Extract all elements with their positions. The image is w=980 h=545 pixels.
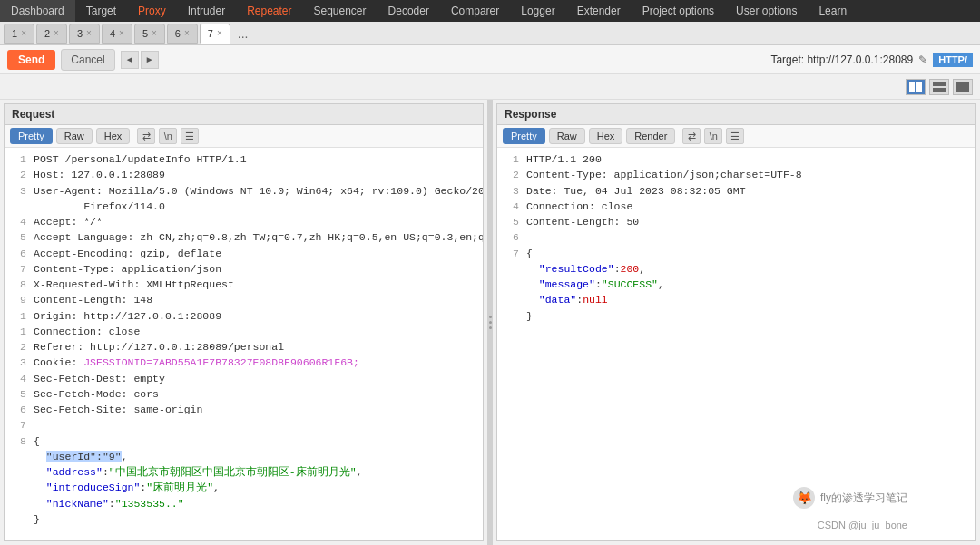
- toolbar: Send Cancel ◄ ► Target: http://127.0.0.1…: [0, 45, 980, 74]
- tab-1[interactable]: 1×: [4, 24, 34, 44]
- request-line: "userId":"9",: [5, 449, 483, 464]
- request-line: "introduceSign":"床前明月光",: [5, 480, 483, 495]
- request-send-icon[interactable]: ⇄: [137, 128, 155, 144]
- edit-target-icon[interactable]: ✎: [918, 54, 927, 66]
- nav-logger[interactable]: Logger: [510, 0, 565, 22]
- response-line: 4Connection: close: [497, 199, 975, 214]
- response-tab-raw[interactable]: Raw: [549, 128, 585, 144]
- svg-rect-3: [933, 88, 946, 92]
- nav-comparer[interactable]: Comparer: [440, 0, 510, 22]
- request-line: }: [5, 511, 483, 527]
- nav-decoder[interactable]: Decoder: [377, 0, 440, 22]
- response-line: "message":"SUCCESS",: [497, 277, 975, 292]
- view-toggle-bar: [0, 74, 980, 100]
- request-tab-raw[interactable]: Raw: [56, 128, 93, 144]
- svg-rect-4: [956, 82, 969, 92]
- watermark-icon: 🦊: [793, 487, 815, 509]
- request-line: 5Sec-Fetch-Mode: cors: [5, 386, 483, 402]
- tab-6[interactable]: 6×: [167, 24, 198, 44]
- nav-target[interactable]: Target: [75, 0, 127, 22]
- response-line: 6: [497, 229, 975, 245]
- close-tab-7[interactable]: ×: [217, 28, 222, 38]
- request-panel-toolbar: Pretty Raw Hex ⇄ \n ☰: [5, 125, 483, 148]
- http-badge: HTTP/: [933, 53, 973, 67]
- request-tab-pretty[interactable]: Pretty: [10, 128, 53, 144]
- response-content[interactable]: 1HTTP/1.1 2002Content-Type: application/…: [497, 148, 975, 540]
- close-tab-2[interactable]: ×: [54, 28, 59, 38]
- request-line: 3Cookie: JSESSIONID=7ABD55A1F7B78327E08D…: [5, 355, 483, 370]
- nav-user-options[interactable]: User options: [725, 0, 808, 22]
- response-panel-toolbar: Pretty Raw Hex Render ⇄ \n ☰: [497, 125, 975, 148]
- request-line: 1Origin: http://127.0.0.1:28089: [5, 308, 483, 324]
- send-button[interactable]: Send: [7, 50, 55, 70]
- tab-2[interactable]: 2×: [36, 24, 67, 44]
- response-line: }: [497, 308, 975, 324]
- request-line: 4Sec-Fetch-Dest: empty: [5, 371, 483, 386]
- nav-intruder[interactable]: Intruder: [177, 0, 236, 22]
- request-line: "nickName":"1353535..": [5, 496, 483, 511]
- tab-5[interactable]: 5×: [134, 24, 165, 44]
- nav-dashboard[interactable]: Dashboard: [0, 0, 75, 22]
- prev-arrow[interactable]: ◄: [121, 51, 139, 69]
- request-line: 6Accept-Encoding: gzip, deflate: [5, 246, 483, 261]
- request-line: 7: [5, 417, 483, 433]
- tab-3[interactable]: 3×: [69, 24, 100, 44]
- split-vertical-view[interactable]: [929, 79, 949, 95]
- response-send-icon[interactable]: ⇄: [682, 128, 701, 144]
- close-tab-4[interactable]: ×: [119, 28, 124, 38]
- response-panel-title: Response: [497, 104, 975, 125]
- single-view[interactable]: [953, 79, 973, 95]
- cancel-button[interactable]: Cancel: [61, 49, 114, 71]
- next-arrow[interactable]: ►: [141, 51, 159, 69]
- more-tabs[interactable]: ...: [232, 26, 254, 41]
- csdn-credit: CSDN @ju_ju_bone: [818, 520, 907, 530]
- svg-rect-1: [916, 82, 922, 92]
- response-panel: Response Pretty Raw Hex Render ⇄ \n ☰ 1H…: [496, 103, 976, 541]
- request-line: 3User-Agent: Mozilla/5.0 (Windows NT 10.…: [5, 183, 483, 199]
- top-navigation: Dashboard Target Proxy Intruder Repeater…: [0, 0, 980, 22]
- response-line: 5Content-Length: 50: [497, 214, 975, 229]
- split-horizontal-view[interactable]: [906, 79, 926, 95]
- nav-extender[interactable]: Extender: [566, 0, 632, 22]
- request-line: 8X-Requested-With: XMLHttpRequest: [5, 277, 483, 292]
- response-tab-pretty[interactable]: Pretty: [503, 128, 545, 144]
- response-newline-icon[interactable]: \n: [704, 128, 722, 144]
- nav-proxy[interactable]: Proxy: [127, 0, 177, 22]
- request-line: "address":"中国北京市朝阳区中国北京市朝阳区-床前明月光",: [5, 464, 483, 480]
- svg-rect-0: [909, 82, 915, 92]
- request-line: Firefox/114.0: [5, 199, 483, 214]
- response-line: 3Date: Tue, 04 Jul 2023 08:32:05 GMT: [497, 183, 975, 199]
- tab-7[interactable]: 7×: [200, 24, 230, 44]
- panel-divider[interactable]: [487, 100, 493, 545]
- request-newline-icon[interactable]: \n: [159, 128, 177, 144]
- request-line: 1POST /personal/updateInfo HTTP/1.1: [5, 151, 483, 167]
- close-tab-5[interactable]: ×: [152, 28, 157, 38]
- request-line: 5Accept-Language: zh-CN,zh;q=0.8,zh-TW;q…: [5, 229, 483, 245]
- request-line: 2Host: 127.0.0.1:28089: [5, 167, 483, 182]
- request-menu-icon[interactable]: ☰: [181, 128, 199, 144]
- nav-learn[interactable]: Learn: [808, 0, 858, 22]
- request-line: 6Sec-Fetch-Site: same-origin: [5, 402, 483, 417]
- close-tab-3[interactable]: ×: [86, 28, 92, 38]
- close-tab-6[interactable]: ×: [184, 28, 190, 38]
- target-info: Target: http://127.0.0.1:28089 ✎ HTTP/: [770, 53, 973, 67]
- response-menu-icon[interactable]: ☰: [726, 128, 744, 144]
- tab-4[interactable]: 4×: [102, 24, 132, 44]
- response-tab-hex[interactable]: Hex: [589, 128, 623, 144]
- nav-repeater[interactable]: Repeater: [236, 0, 302, 22]
- panels-container: Request Pretty Raw Hex ⇄ \n ☰ 1POST /per…: [0, 100, 980, 545]
- response-line: 1HTTP/1.1 200: [497, 151, 975, 167]
- nav-project-options[interactable]: Project options: [632, 0, 725, 22]
- request-panel-title: Request: [5, 104, 483, 125]
- svg-rect-2: [933, 82, 946, 86]
- request-line: 2Referer: http://127.0.0.1:28089/persona…: [5, 339, 483, 355]
- request-panel: Request Pretty Raw Hex ⇄ \n ☰ 1POST /per…: [4, 103, 484, 541]
- request-line: 1Connection: close: [5, 324, 483, 339]
- close-tab-1[interactable]: ×: [21, 28, 26, 38]
- request-tab-hex[interactable]: Hex: [96, 128, 131, 144]
- tab-bar: 1× 2× 3× 4× 5× 6× 7× ...: [0, 22, 980, 45]
- response-line: "data":null: [497, 292, 975, 307]
- nav-sequencer[interactable]: Sequencer: [303, 0, 377, 22]
- response-tab-render[interactable]: Render: [626, 128, 675, 144]
- request-content[interactable]: 1POST /personal/updateInfo HTTP/1.12Host…: [5, 148, 483, 540]
